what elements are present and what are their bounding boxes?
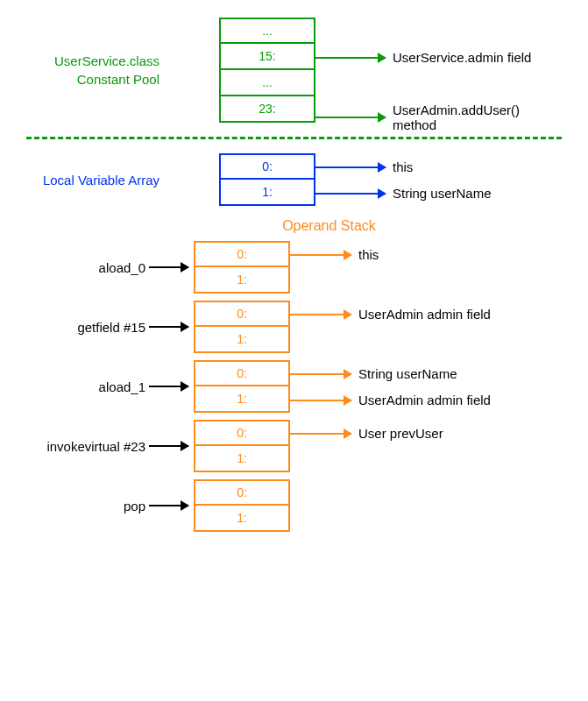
operand-out-label: String userName [351,366,457,381]
operand-cell: 0: [194,360,290,386]
operand-cell: 0: [194,420,290,446]
operand-mini-stack: 0:1: [194,479,290,532]
op-row: pop0:1: [26,479,562,532]
opcode-label: invokevirtual #23 [26,439,149,454]
op-row: aload_10:1:String userNameUserAdmin admi… [26,360,562,413]
constant-pool-stack: ... 15: ... 23: [219,18,315,123]
arrow-icon [290,254,351,256]
operand-cell: 1: [194,386,290,413]
constant-pool-section: UserService.class Constant Pool ... 15: … [26,18,562,123]
operand-cell: 1: [194,446,290,472]
lva-label: Local Variable Array [26,173,166,188]
arrow-icon [315,57,386,59]
op-row: getfield #150:1:UserAdmin admin field [26,301,562,353]
operand-out-label: UserAdmin admin field [351,393,491,407]
cp-ref-label: UserService.admin field [386,50,531,65]
arrow-icon [290,373,351,375]
opcode-label: pop [26,499,149,513]
operand-cell: 1: [194,506,290,532]
cp-cell: 23: [219,96,315,123]
divider [26,137,562,139]
operand-out-label: this [351,247,379,262]
cp-cell: 15: [219,44,315,70]
arrow-icon [149,505,188,506]
arrow-icon [149,445,188,447]
operand-mini-stack: 0:1: [194,241,290,294]
lva-cell: 1: [219,180,315,206]
operand-cell: 0: [194,241,290,267]
arrow-icon [315,166,386,168]
arrow-icon [149,326,188,328]
operand-cell: 1: [194,267,290,294]
opcode-label: aload_0 [26,260,149,275]
arrow-icon [290,314,351,315]
lva-ref-label: String userName [386,186,492,201]
operand-mini-stack: 0:1: [194,301,290,353]
op-row: aload_00:1:this [26,241,562,294]
opcode-label: getfield #15 [26,320,149,335]
arrow-icon [149,386,188,387]
arrow-icon [315,193,386,195]
operand-mini-stack: 0:1: [194,360,290,413]
operand-cell: 0: [194,479,290,506]
cp-cell: ... [219,70,315,96]
lva-cell: 0: [219,153,315,180]
opcode-label: aload_1 [26,379,149,394]
op-row: invokevirtual #230:1:User prevUser [26,420,562,472]
lva-section: Local Variable Array 0: 1: this String u… [26,153,562,206]
operand-out-label: User prevUser [351,426,443,441]
operand-cell: 0: [194,301,290,327]
arrow-icon [290,400,351,401]
lva-stack: 0: 1: [219,153,315,206]
operand-mini-stack: 0:1: [194,420,290,472]
operand-out-label: UserAdmin admin field [351,307,491,322]
cp-ref-label: UserAdmin.addUser() method [386,103,562,132]
operand-cell: 1: [194,327,290,353]
constant-pool-label: UserService.class Constant Pool [26,52,166,89]
arrow-icon [315,117,386,118]
lva-ref-label: this [386,159,413,174]
arrow-icon [290,433,351,435]
operand-stack-title: Operand Stack [96,218,562,234]
arrow-icon [149,266,188,268]
operand-stack-section: aload_00:1:thisgetfield #150:1:UserAdmin… [26,241,562,532]
cp-cell: ... [219,18,315,44]
